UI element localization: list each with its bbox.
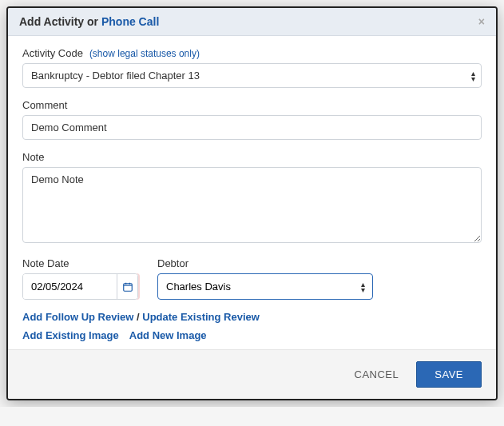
cancel-button[interactable]: CANCEL (347, 362, 407, 387)
review-links-row: Add Follow Up Review / Update Existing R… (22, 311, 482, 323)
activity-code-group: Activity Code (show legal statuses only)… (22, 47, 482, 88)
save-button[interactable]: SAVE (416, 361, 482, 388)
debtor-label: Debtor (157, 257, 373, 269)
add-follow-up-review-link[interactable]: Add Follow Up Review (22, 311, 133, 323)
image-links-row: Add Existing Image Add New Image (22, 329, 482, 341)
debtor-select[interactable]: Charles Davis (157, 273, 373, 300)
note-date-label: Note Date (22, 257, 138, 269)
update-existing-review-link[interactable]: Update Existing Review (142, 311, 260, 323)
note-group: Note Demo Note (22, 151, 482, 246)
note-label: Note (22, 151, 482, 163)
activity-code-select[interactable]: Bankruptcy - Debtor filed Chapter 13 (22, 63, 482, 88)
add-existing-image-link[interactable]: Add Existing Image (22, 329, 119, 341)
comment-label: Comment (22, 99, 482, 111)
debtor-group: Debtor Charles Davis (157, 257, 373, 300)
note-date-input[interactable] (23, 274, 117, 299)
activity-code-label: Activity Code (22, 47, 83, 59)
modal-body: Activity Code (show legal statuses only)… (8, 36, 496, 349)
add-new-image-link[interactable]: Add New Image (129, 329, 207, 341)
modal-header: Add Activity or Phone Call × (8, 8, 496, 36)
note-textarea[interactable]: Demo Note (22, 167, 482, 243)
note-date-group: Note Date (22, 257, 138, 300)
show-legal-statuses-link[interactable]: (show legal statuses only) (89, 48, 200, 59)
add-activity-modal: Add Activity or Phone Call × Activity Co… (6, 6, 498, 400)
comment-input[interactable] (22, 115, 482, 140)
phone-call-link[interactable]: Phone Call (101, 15, 159, 28)
modal-footer: CANCEL SAVE (8, 349, 496, 399)
svg-rect-0 (123, 283, 132, 290)
comment-group: Comment (22, 99, 482, 140)
title-prefix: Add Activity or (19, 15, 101, 28)
modal-title: Add Activity or Phone Call (19, 15, 159, 28)
calendar-icon[interactable] (117, 274, 137, 299)
close-icon[interactable]: × (478, 15, 485, 28)
date-debtor-row: Note Date Debtor Charles Davis (22, 257, 482, 300)
link-separator: / (133, 311, 142, 323)
